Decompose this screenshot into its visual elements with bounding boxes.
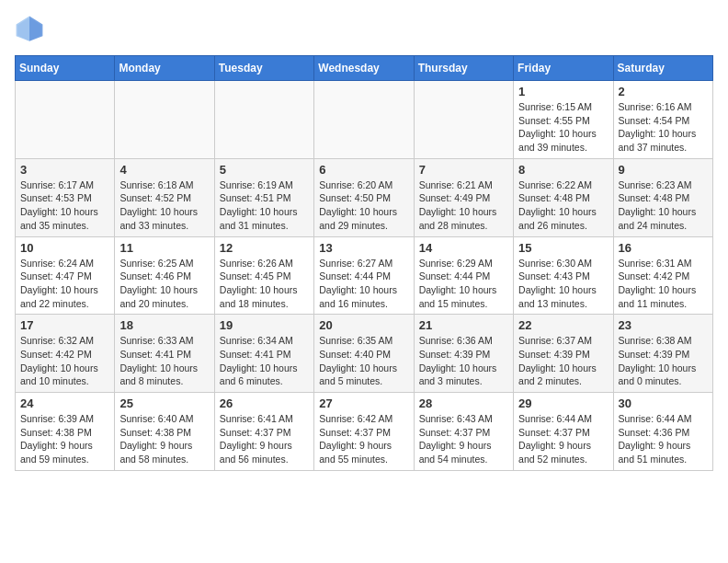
day-number: 13: [319, 241, 408, 255]
calendar-cell: 28Sunrise: 6:43 AM Sunset: 4:37 PM Dayli…: [414, 393, 513, 471]
calendar-cell: [314, 81, 414, 159]
day-number: 2: [619, 85, 708, 98]
calendar-cell: 7Sunrise: 6:21 AM Sunset: 4:49 PM Daylig…: [414, 158, 513, 236]
day-info: Sunrise: 6:35 AM Sunset: 4:40 PM Dayligh…: [319, 334, 408, 388]
day-number: 3: [20, 163, 109, 177]
calendar-cell: 25Sunrise: 6:40 AM Sunset: 4:38 PM Dayli…: [115, 393, 214, 471]
day-number: 4: [119, 163, 209, 177]
calendar-cell: 19Sunrise: 6:34 AM Sunset: 4:41 PM Dayli…: [214, 315, 313, 393]
day-info: Sunrise: 6:24 AM Sunset: 4:47 PM Dayligh…: [20, 257, 109, 311]
day-header-thursday: Thursday: [414, 56, 513, 81]
day-header-saturday: Saturday: [613, 56, 712, 81]
day-number: 30: [619, 396, 708, 410]
day-number: 18: [119, 318, 209, 332]
calendar-cell: 10Sunrise: 6:24 AM Sunset: 4:47 PM Dayli…: [16, 236, 115, 315]
day-number: 1: [518, 85, 608, 98]
day-header-monday: Monday: [115, 56, 214, 81]
calendar-cell: 24Sunrise: 6:39 AM Sunset: 4:38 PM Dayli…: [16, 393, 115, 471]
calendar-header-row: SundayMondayTuesdayWednesdayThursdayFrid…: [16, 56, 713, 81]
day-info: Sunrise: 6:37 AM Sunset: 4:39 PM Dayligh…: [518, 334, 608, 388]
day-info: Sunrise: 6:31 AM Sunset: 4:42 PM Dayligh…: [619, 257, 708, 311]
day-info: Sunrise: 6:26 AM Sunset: 4:45 PM Dayligh…: [220, 257, 309, 311]
day-info: Sunrise: 6:33 AM Sunset: 4:41 PM Dayligh…: [119, 334, 209, 388]
day-header-friday: Friday: [514, 56, 613, 81]
calendar-cell: 1Sunrise: 6:15 AM Sunset: 4:55 PM Daylig…: [514, 81, 613, 159]
calendar-cell: 11Sunrise: 6:25 AM Sunset: 4:46 PM Dayli…: [115, 236, 214, 315]
day-info: Sunrise: 6:19 AM Sunset: 4:51 PM Dayligh…: [220, 178, 309, 233]
calendar-cell: 23Sunrise: 6:38 AM Sunset: 4:39 PM Dayli…: [613, 315, 712, 393]
day-number: 15: [518, 241, 608, 255]
calendar-table: SundayMondayTuesdayWednesdayThursdayFrid…: [15, 55, 713, 471]
svg-marker-1: [29, 17, 42, 41]
day-info: Sunrise: 6:27 AM Sunset: 4:44 PM Dayligh…: [319, 257, 408, 311]
day-info: Sunrise: 6:44 AM Sunset: 4:37 PM Dayligh…: [518, 412, 608, 466]
calendar-cell: 9Sunrise: 6:23 AM Sunset: 4:48 PM Daylig…: [613, 158, 712, 236]
calendar-cell: [414, 81, 513, 159]
day-number: 16: [619, 241, 708, 255]
day-info: Sunrise: 6:39 AM Sunset: 4:38 PM Dayligh…: [20, 412, 109, 466]
calendar-cell: 15Sunrise: 6:30 AM Sunset: 4:43 PM Dayli…: [514, 236, 613, 315]
day-number: 29: [518, 396, 608, 410]
calendar-week-row: 17Sunrise: 6:32 AM Sunset: 4:42 PM Dayli…: [16, 315, 713, 393]
day-number: 26: [220, 396, 309, 410]
day-number: 19: [220, 318, 309, 332]
calendar-cell: [16, 81, 115, 159]
day-info: Sunrise: 6:44 AM Sunset: 4:36 PM Dayligh…: [619, 412, 708, 466]
calendar-cell: [214, 81, 313, 159]
calendar-cell: 5Sunrise: 6:19 AM Sunset: 4:51 PM Daylig…: [214, 158, 313, 236]
calendar-cell: 14Sunrise: 6:29 AM Sunset: 4:44 PM Dayli…: [414, 236, 513, 315]
day-number: 23: [619, 318, 708, 332]
day-info: Sunrise: 6:20 AM Sunset: 4:50 PM Dayligh…: [319, 178, 408, 233]
day-number: 6: [319, 163, 408, 177]
day-info: Sunrise: 6:29 AM Sunset: 4:44 PM Dayligh…: [419, 257, 508, 311]
day-info: Sunrise: 6:23 AM Sunset: 4:48 PM Dayligh…: [619, 178, 708, 233]
calendar-cell: 18Sunrise: 6:33 AM Sunset: 4:41 PM Dayli…: [115, 315, 214, 393]
calendar-cell: 20Sunrise: 6:35 AM Sunset: 4:40 PM Dayli…: [314, 315, 414, 393]
day-number: 5: [220, 163, 309, 177]
calendar-cell: 3Sunrise: 6:17 AM Sunset: 4:53 PM Daylig…: [16, 158, 115, 236]
day-header-wednesday: Wednesday: [314, 56, 414, 81]
calendar-week-row: 1Sunrise: 6:15 AM Sunset: 4:55 PM Daylig…: [16, 81, 713, 159]
day-number: 7: [419, 163, 508, 177]
logo: [15, 15, 48, 44]
day-info: Sunrise: 6:15 AM Sunset: 4:55 PM Dayligh…: [518, 100, 608, 155]
day-number: 21: [419, 318, 508, 332]
day-info: Sunrise: 6:32 AM Sunset: 4:42 PM Dayligh…: [20, 334, 109, 388]
calendar-week-row: 10Sunrise: 6:24 AM Sunset: 4:47 PM Dayli…: [16, 236, 713, 315]
calendar-cell: [115, 81, 214, 159]
day-number: 20: [319, 318, 408, 332]
day-number: 14: [419, 241, 508, 255]
page-header: [15, 15, 713, 44]
calendar-cell: 12Sunrise: 6:26 AM Sunset: 4:45 PM Dayli…: [214, 236, 313, 315]
day-number: 17: [20, 318, 109, 332]
day-info: Sunrise: 6:42 AM Sunset: 4:37 PM Dayligh…: [319, 412, 408, 466]
calendar-cell: 27Sunrise: 6:42 AM Sunset: 4:37 PM Dayli…: [314, 393, 414, 471]
day-info: Sunrise: 6:43 AM Sunset: 4:37 PM Dayligh…: [419, 412, 508, 466]
day-number: 24: [20, 396, 109, 410]
calendar-cell: 13Sunrise: 6:27 AM Sunset: 4:44 PM Dayli…: [314, 236, 414, 315]
calendar-cell: 8Sunrise: 6:22 AM Sunset: 4:48 PM Daylig…: [514, 158, 613, 236]
calendar-cell: 26Sunrise: 6:41 AM Sunset: 4:37 PM Dayli…: [214, 393, 313, 471]
calendar-cell: 29Sunrise: 6:44 AM Sunset: 4:37 PM Dayli…: [514, 393, 613, 471]
day-number: 28: [419, 396, 508, 410]
calendar-week-row: 3Sunrise: 6:17 AM Sunset: 4:53 PM Daylig…: [16, 158, 713, 236]
day-header-tuesday: Tuesday: [214, 56, 313, 81]
day-number: 27: [319, 396, 408, 410]
day-info: Sunrise: 6:30 AM Sunset: 4:43 PM Dayligh…: [518, 257, 608, 311]
day-info: Sunrise: 6:41 AM Sunset: 4:37 PM Dayligh…: [220, 412, 309, 466]
calendar-cell: 2Sunrise: 6:16 AM Sunset: 4:54 PM Daylig…: [613, 81, 712, 159]
calendar-cell: 16Sunrise: 6:31 AM Sunset: 4:42 PM Dayli…: [613, 236, 712, 315]
day-info: Sunrise: 6:34 AM Sunset: 4:41 PM Dayligh…: [220, 334, 309, 388]
day-info: Sunrise: 6:17 AM Sunset: 4:53 PM Dayligh…: [20, 178, 109, 233]
logo-icon: [15, 15, 44, 44]
day-number: 12: [220, 241, 309, 255]
day-info: Sunrise: 6:40 AM Sunset: 4:38 PM Dayligh…: [119, 412, 209, 466]
day-info: Sunrise: 6:16 AM Sunset: 4:54 PM Dayligh…: [619, 100, 708, 155]
calendar-week-row: 24Sunrise: 6:39 AM Sunset: 4:38 PM Dayli…: [16, 393, 713, 471]
calendar-cell: 21Sunrise: 6:36 AM Sunset: 4:39 PM Dayli…: [414, 315, 513, 393]
day-number: 25: [119, 396, 209, 410]
day-info: Sunrise: 6:25 AM Sunset: 4:46 PM Dayligh…: [119, 257, 209, 311]
day-info: Sunrise: 6:38 AM Sunset: 4:39 PM Dayligh…: [619, 334, 708, 388]
calendar-cell: 6Sunrise: 6:20 AM Sunset: 4:50 PM Daylig…: [314, 158, 414, 236]
day-number: 10: [20, 241, 109, 255]
